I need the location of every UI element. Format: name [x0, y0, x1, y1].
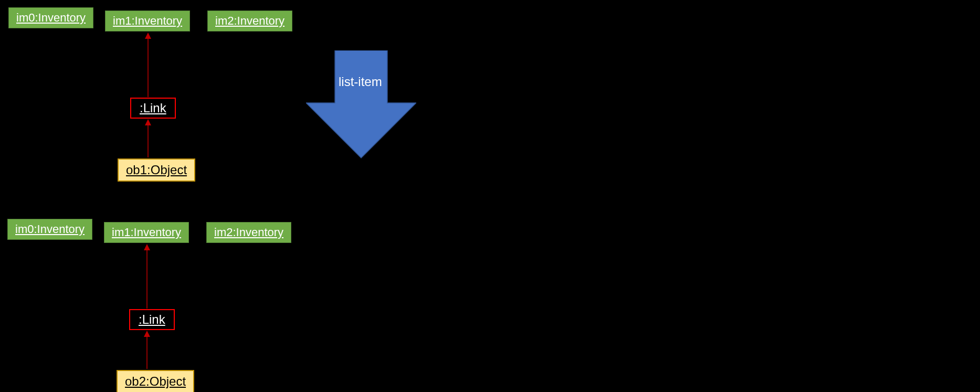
inventory-label: im0:Inventory	[16, 11, 86, 25]
link-box-top: :Link	[130, 98, 176, 119]
inventory-box-bottom-0: im0:Inventory	[7, 219, 92, 240]
inventory-box-top-1: im1:Inventory	[105, 10, 190, 31]
object-label: ob1:Object	[126, 163, 187, 177]
inventory-box-bottom-2: im2:Inventory	[206, 222, 291, 243]
inventory-label: im0:Inventory	[15, 223, 85, 236]
link-label: :Link	[139, 312, 165, 326]
object-label: ob2:Object	[125, 374, 186, 388]
arrow-up-icon	[142, 243, 152, 311]
inventory-label: im2:Inventory	[214, 226, 283, 239]
down-arrow-icon	[306, 50, 416, 161]
arrow-up-icon	[142, 330, 152, 372]
inventory-label: im1:Inventory	[112, 226, 181, 239]
svg-marker-4	[306, 50, 416, 158]
inventory-box-top-2: im2:Inventory	[207, 10, 292, 31]
arrow-up-icon	[143, 31, 153, 100]
link-label: :Link	[140, 101, 166, 115]
link-box-bottom: :Link	[129, 309, 175, 330]
inventory-label: im2:Inventory	[215, 14, 284, 28]
inventory-box-top-0: im0:Inventory	[8, 7, 93, 28]
inventory-box-bottom-1: im1:Inventory	[104, 222, 189, 243]
arrow-label: list-item	[339, 75, 382, 89]
object-box-bottom: ob2:Object	[117, 370, 194, 392]
object-box-top: ob1:Object	[118, 158, 195, 182]
inventory-label: im1:Inventory	[113, 14, 182, 28]
arrow-up-icon	[143, 118, 153, 160]
